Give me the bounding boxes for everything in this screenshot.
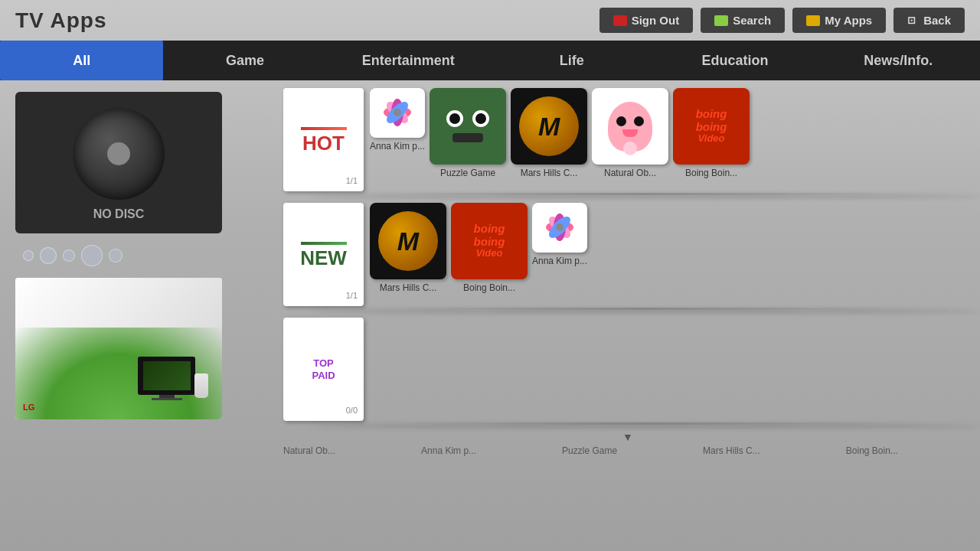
bubble-1 xyxy=(23,250,34,261)
promo-tv-base xyxy=(152,398,182,400)
back-icon: ⊡ xyxy=(907,15,916,26)
page-title: TV Apps xyxy=(15,8,107,33)
app-mars-2[interactable]: M Mars Hills C... xyxy=(370,203,446,293)
header: TV Apps Sign Out Search My Apps ⊡ Back xyxy=(0,0,980,41)
hot-card-count: 1/1 xyxy=(346,176,358,185)
anna-kim-icon-1 xyxy=(370,88,425,138)
bottom-app-boing[interactable]: Boing Boin... xyxy=(846,445,898,456)
promo-bg: LG xyxy=(15,278,222,419)
mars-icon-2: M xyxy=(370,203,446,279)
bubble-4 xyxy=(81,245,103,266)
boing-name-2: Boing Boin... xyxy=(463,282,515,293)
bottom-anna-name: Anna Kim p... xyxy=(421,445,476,456)
boing-icon-1: boing boing Video xyxy=(673,88,750,165)
shelf-card-new[interactable]: NEW 1/1 xyxy=(283,203,364,306)
new-line xyxy=(301,242,347,245)
bottom-app-puzzle[interactable]: Puzzle Game xyxy=(562,445,617,456)
lg-logo: LG xyxy=(23,403,34,412)
shelf-toppaid: TOP PAID 0/0 xyxy=(276,314,980,425)
shelf-card-toppaid[interactable]: TOP PAID 0/0 xyxy=(283,318,364,421)
mars-name-1: Mars Hills C... xyxy=(521,168,578,178)
scroll-down-arrow: ▼ xyxy=(622,431,633,443)
svg-point-4 xyxy=(394,109,401,116)
shelf-hot: HOT 1/1 Anna Kim p... xyxy=(276,84,980,195)
boing-name-1: Boing Boin... xyxy=(685,168,737,178)
natural-name-1: Natural Ob... xyxy=(604,168,656,178)
anna-kim-icon-2 xyxy=(532,203,587,253)
header-buttons: Sign Out Search My Apps ⊡ Back xyxy=(599,8,965,33)
green-icon xyxy=(714,15,728,26)
mars-name-2: Mars Hills C... xyxy=(380,282,437,293)
new-card-count: 1/1 xyxy=(346,291,358,300)
category-game[interactable]: Game xyxy=(163,41,326,80)
mars-icon-1: M xyxy=(511,88,587,165)
bubble-2 xyxy=(40,247,57,264)
disc-icon xyxy=(69,104,168,204)
app-boing-2[interactable]: boing boing Video Boing Boin... xyxy=(451,203,528,293)
shelf-new: NEW 1/1 M Mars Hills C... boing boing Vi… xyxy=(276,199,980,310)
category-all[interactable]: All xyxy=(0,41,163,80)
anna-kim-name-1: Anna Kim p... xyxy=(370,141,425,152)
category-entertainment[interactable]: Entertainment xyxy=(327,41,490,80)
app-puzzle-1[interactable]: Puzzle Game xyxy=(430,88,506,178)
promo-tv-unit xyxy=(138,357,195,400)
red-icon xyxy=(613,15,627,26)
natural-icon-1 xyxy=(592,88,668,165)
bubble-3 xyxy=(63,249,75,262)
category-education[interactable]: Education xyxy=(653,41,816,80)
bubbles xyxy=(15,245,260,266)
main-content: NO DISC xyxy=(0,80,980,460)
anna-kim-name-2: Anna Kim p... xyxy=(532,256,587,266)
promo-vase xyxy=(194,373,208,398)
new-label: NEW xyxy=(300,248,347,268)
category-newsinfo[interactable]: News/Info. xyxy=(817,41,980,80)
puzzle-icon-1 xyxy=(430,88,506,165)
yellow-icon xyxy=(806,15,820,26)
promo-panel: LG xyxy=(15,278,222,419)
bottom-app-anna[interactable]: Anna Kim p... xyxy=(421,445,476,456)
my-apps-button[interactable]: My Apps xyxy=(792,8,886,33)
hot-line xyxy=(301,127,347,130)
bubble-5 xyxy=(109,249,122,262)
category-life[interactable]: Life xyxy=(490,41,653,80)
sign-out-button[interactable]: Sign Out xyxy=(599,8,694,33)
disc-inner xyxy=(107,142,130,165)
boing-icon-2: boing boing Video xyxy=(451,203,528,279)
svg-point-9 xyxy=(556,223,564,231)
promo-screen xyxy=(143,361,191,390)
scroll-indicator: ▼ xyxy=(276,429,980,445)
pinwheel-svg-1 xyxy=(373,88,423,138)
app-boing-1[interactable]: boing boing Video Boing Boin... xyxy=(673,88,750,178)
toppaid-label: TOP PAID xyxy=(312,357,335,381)
toppaid-count: 0/0 xyxy=(346,406,358,415)
bottom-boing-name: Boing Boin... xyxy=(846,445,898,456)
app-anna-kim-2[interactable]: Anna Kim p... xyxy=(532,203,587,266)
shelf-card-hot[interactable]: HOT 1/1 xyxy=(283,88,364,191)
bottom-puzzle-name: Puzzle Game xyxy=(562,445,617,456)
app-anna-kim-1[interactable]: Anna Kim p... xyxy=(370,88,425,152)
shelves-panel: HOT 1/1 Anna Kim p... xyxy=(276,80,980,460)
app-natural-1[interactable]: Natural Ob... xyxy=(592,88,668,178)
app-mars-1[interactable]: M Mars Hills C... xyxy=(511,88,587,178)
hot-label: HOT xyxy=(302,133,345,153)
back-button[interactable]: ⊡ Back xyxy=(893,8,965,33)
bottom-partial-shelf: Natural Ob... Anna Kim p... Puzzle Game … xyxy=(276,445,980,456)
disc-panel: NO DISC xyxy=(15,92,222,233)
category-nav: All Game Entertainment Life Education Ne… xyxy=(0,41,980,80)
bottom-app-mars[interactable]: Mars Hills C... xyxy=(703,445,760,456)
bottom-mars-name: Mars Hills C... xyxy=(703,445,760,456)
puzzle-name-1: Puzzle Game xyxy=(440,168,495,178)
promo-tv xyxy=(138,357,195,395)
vase-body xyxy=(194,373,208,398)
bottom-natural-name: Natural Ob... xyxy=(283,445,335,456)
bottom-app-natural[interactable]: Natural Ob... xyxy=(283,445,335,456)
left-panel: NO DISC xyxy=(0,80,276,460)
search-button[interactable]: Search xyxy=(701,8,785,33)
no-disc-label: NO DISC xyxy=(93,207,145,221)
pinwheel-svg-2 xyxy=(535,203,585,253)
